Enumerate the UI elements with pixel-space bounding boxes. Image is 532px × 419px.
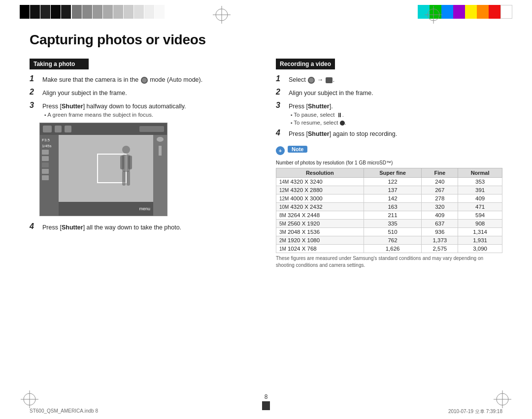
- table-row: 10M4320 X 2432 163 320 471: [276, 203, 502, 211]
- cell-normal-3: 471: [458, 203, 502, 211]
- col-header-superfine: Super fine: [364, 168, 422, 178]
- cell-resolution-0: 14M4320 X 3240: [276, 178, 364, 186]
- step-num-2: 2: [30, 88, 39, 97]
- taking-photo-header: Taking a photo: [30, 59, 89, 69]
- rstep-3: 3 Press [Shutter]. To pause, select ⏸. T…: [276, 102, 502, 126]
- res-icon-7: 2M: [279, 238, 286, 243]
- footer-left: ST600_QSM_AMERICA.indb 8: [30, 408, 98, 415]
- rstep-3-sub-1: To pause, select ⏸.: [289, 112, 346, 119]
- table-title: Number of photos by resolution (for 1 GB…: [276, 159, 502, 166]
- cell-sf-5: 335: [364, 220, 422, 228]
- table-row: 14M4320 X 3240 122 240 353: [276, 178, 502, 186]
- cell-normal-4: 594: [458, 211, 502, 220]
- note-icon: +: [276, 146, 285, 155]
- table-row: 12M4320 X 2880 137 267 391: [276, 186, 502, 194]
- svg-rect-10: [122, 171, 126, 186]
- note-label: Note: [288, 146, 307, 153]
- footer: ST600_QSM_AMERICA.indb 8 2010-07-19 오후 7…: [30, 408, 502, 415]
- left-column: Taking a photo 1 Make sure that the came…: [30, 59, 256, 269]
- cell-resolution-1: 12M4320 X 2880: [276, 186, 364, 194]
- step-text-3: Press [Shutter] halfway down to focus au…: [42, 102, 186, 111]
- step-text-3-container: Press [Shutter] halfway down to focus au…: [42, 102, 186, 118]
- svg-rect-11: [127, 171, 130, 186]
- person-silhouette-icon: [116, 144, 136, 193]
- col-header-resolution: Resolution: [276, 168, 364, 178]
- page-title: Capturing photos or videos: [30, 32, 502, 48]
- table-title-main: Number of photos by resolution: [276, 160, 344, 165]
- cell-normal-6: 1,314: [458, 228, 502, 236]
- rstep-4: 4 Press [Shutter] again to stop recordin…: [276, 129, 502, 139]
- crosshair-top-left: [212, 5, 232, 25]
- cell-sf-8: 1,626: [364, 245, 422, 253]
- svg-point-6: [122, 146, 130, 154]
- rstep-num-1: 1: [276, 74, 286, 83]
- rstep-1: 1 Select → .: [276, 75, 502, 85]
- table-footnote: These figures are measured under Samsung…: [276, 255, 502, 269]
- cell-fine-7: 1,373: [422, 236, 458, 245]
- step-text-4: Press [Shutter] all the way down to take…: [42, 223, 181, 232]
- cell-fine-6: 936: [422, 228, 458, 236]
- res-icon-2: 12M: [279, 196, 289, 201]
- table-row: 8M3264 X 2448 211 409 594: [276, 211, 502, 220]
- table-row: 3M2048 X 1536 510 936 1,314: [276, 228, 502, 236]
- svg-rect-8: [120, 156, 124, 169]
- cam-menu-label: menu: [139, 206, 150, 211]
- step-3-sub: A green frame means the subject in focus…: [42, 112, 186, 118]
- step-4: 4 Press [Shutter] all the way down to ta…: [30, 223, 256, 232]
- page-content: Capturing photos or videos Taking a phot…: [30, 32, 502, 389]
- cell-fine-3: 320: [422, 203, 458, 211]
- step-text-2: Align your subject in the frame.: [42, 89, 127, 98]
- page-number: 8: [265, 393, 268, 400]
- cell-fine-5: 637: [422, 220, 458, 228]
- table-row: 12M4000 X 3000 142 278 409: [276, 194, 502, 203]
- cam-icon-2: [55, 126, 62, 132]
- cell-sf-4: 211: [364, 211, 422, 220]
- cell-normal-1: 391: [458, 186, 502, 194]
- res-icon-6: 3M: [279, 229, 286, 235]
- step-3: 3 Press [Shutter] halfway down to focus …: [30, 102, 256, 118]
- cam-top-bar: [40, 123, 167, 135]
- taking-photo-steps-cont: 4 Press [Shutter] all the way down to ta…: [30, 223, 256, 232]
- stop-icon: [340, 121, 345, 126]
- cam-left-icon-1: [42, 150, 49, 155]
- black-gray-strip: [20, 5, 165, 19]
- rstep-num-2: 2: [276, 88, 286, 97]
- cell-resolution-6: 3M2048 X 1536: [276, 228, 364, 236]
- select-camera-icon: [308, 77, 315, 84]
- cam-shutter-speed: 1/45s: [42, 144, 57, 148]
- res-icon-5: 5M: [279, 221, 286, 226]
- svg-rect-9: [128, 156, 132, 169]
- cam-bottom-bar: menu: [59, 202, 153, 216]
- step-num-4: 4: [30, 222, 39, 231]
- cell-sf-0: 122: [364, 178, 422, 186]
- cell-sf-1: 137: [364, 186, 422, 194]
- pause-icon: ⏸: [336, 112, 342, 119]
- res-icon-1: 12M: [279, 188, 289, 193]
- cam-icon-1: [43, 126, 52, 132]
- taking-photo-steps: 1 Make sure that the camera is in the mo…: [30, 75, 256, 118]
- camera-preview: F3.5 1/45s: [39, 123, 167, 216]
- rstep-num-3: 3: [276, 101, 286, 110]
- cell-sf-2: 142: [364, 194, 422, 203]
- cam-top-indicator: [139, 126, 164, 132]
- table-title-sub: (for 1 GB microSD™): [346, 160, 393, 165]
- two-column-layout: Taking a photo 1 Make sure that the came…: [30, 59, 502, 269]
- cell-normal-5: 908: [458, 220, 502, 228]
- table-row: 5M2560 X 1920 335 637 908: [276, 220, 502, 228]
- cell-fine-0: 240: [422, 178, 458, 186]
- crosshair-bottom-right: [493, 389, 512, 409]
- resolution-table: Resolution Super fine Fine Normal 14M432…: [276, 168, 502, 253]
- col-header-normal: Normal: [458, 168, 502, 178]
- col-header-fine: Fine: [422, 168, 458, 178]
- cam-left-icon-4: [42, 169, 49, 174]
- cell-resolution-8: 1M1024 X 768: [276, 245, 364, 253]
- cell-sf-7: 762: [364, 236, 422, 245]
- cell-normal-0: 353: [458, 178, 502, 186]
- select-video-icon: [326, 77, 332, 83]
- step-text-1: Make sure that the camera is in the mode…: [42, 75, 202, 85]
- cam-left-icon-5: [42, 175, 49, 180]
- cam-f-stop: F3.5: [42, 138, 57, 142]
- res-icon-8: 1M: [279, 246, 286, 252]
- crosshair-bottom-left: [20, 389, 39, 409]
- black-squares: [20, 5, 71, 19]
